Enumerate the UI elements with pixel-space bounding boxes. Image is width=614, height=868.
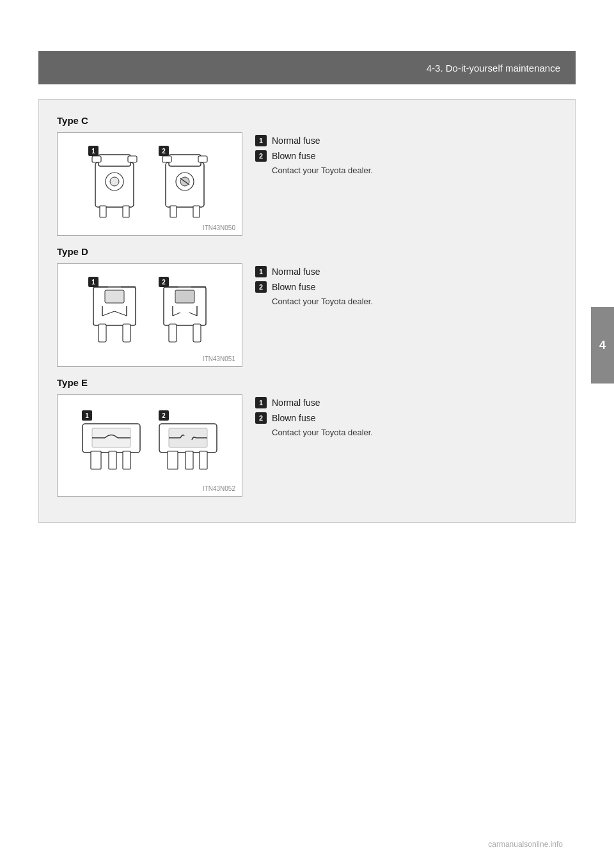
type-d-badge-label1: 1: [255, 266, 267, 277]
type-e-label: Type E: [57, 377, 557, 388]
type-c-badge2: 2: [159, 146, 169, 156]
type-d-image-box: 1: [57, 263, 242, 367]
svg-rect-20: [105, 290, 124, 303]
svg-rect-48: [168, 451, 178, 469]
svg-rect-32: [193, 324, 201, 342]
type-c-contact: Contact your Toyota dealer.: [272, 166, 557, 175]
type-d-text1: Normal fuse: [272, 267, 320, 277]
svg-rect-15: [170, 206, 177, 217]
type-c-item1: 1 Normal fuse: [255, 135, 557, 146]
type-d-fuse1: 1: [86, 274, 143, 351]
svg-rect-21: [98, 324, 106, 342]
side-tab-number: 4: [599, 339, 606, 352]
header-bar: 4-3. Do-it-yourself maintenance: [38, 51, 576, 84]
main-content: Type C 1: [38, 99, 576, 817]
type-c-badge-label1: 1: [255, 135, 267, 146]
type-c-row: 1: [57, 132, 557, 236]
type-e-row: 1: [57, 394, 557, 497]
svg-rect-3: [128, 156, 137, 162]
type-c-item2: 2 Blown fuse: [255, 150, 557, 162]
type-c-fuse2: 2: [156, 143, 214, 220]
svg-rect-43: [123, 451, 130, 469]
type-c-section: Type C 1: [57, 115, 557, 236]
svg-rect-2: [92, 156, 101, 162]
svg-rect-30: [175, 290, 194, 303]
svg-rect-42: [109, 451, 116, 469]
type-c-text2: Blown fuse: [272, 151, 315, 161]
type-c-fuse1: 1: [86, 143, 143, 220]
type-e-text1: Normal fuse: [272, 398, 320, 408]
type-e-image-code: ITN43N052: [203, 485, 235, 492]
type-e-contact: Contact your Toyota dealer.: [272, 428, 557, 437]
type-d-fuse2: 2: [156, 274, 214, 351]
type-d-item2: 2 Blown fuse: [255, 281, 557, 293]
svg-rect-11: [198, 156, 207, 162]
type-c-badge1: 1: [88, 146, 98, 156]
type-c-text1: Normal fuse: [272, 136, 320, 146]
watermark: carmanualsonline.info: [488, 840, 563, 849]
type-e-text2: Blown fuse: [272, 413, 315, 423]
type-e-drawings: 1: [63, 408, 237, 478]
type-e-image-box: 1: [57, 394, 242, 497]
type-c-drawings: 1: [63, 143, 237, 220]
type-e-fuse1: 1: [79, 408, 143, 478]
side-tab: 4: [591, 307, 614, 384]
svg-rect-7: [123, 206, 129, 217]
type-c-image-code: ITN43N050: [203, 224, 235, 231]
type-d-row: 1: [57, 263, 557, 367]
type-d-drawings: 1: [63, 274, 237, 351]
header-title: 4-3. Do-it-yourself maintenance: [427, 63, 560, 74]
type-e-item2: 2 Blown fuse: [255, 412, 557, 424]
type-c-image-box: 1: [57, 132, 242, 236]
type-d-badge1: 1: [88, 277, 98, 287]
type-d-contact: Contact your Toyota dealer.: [272, 297, 557, 306]
type-e-section: Type E 1: [57, 377, 557, 497]
svg-rect-41: [91, 451, 101, 469]
svg-rect-10: [162, 156, 171, 162]
type-d-badge-label2: 2: [255, 281, 267, 293]
svg-rect-31: [169, 324, 177, 342]
type-d-item1: 1 Normal fuse: [255, 266, 557, 277]
type-e-badge1: 1: [82, 410, 92, 421]
svg-rect-16: [193, 206, 200, 217]
type-e-info: 1 Normal fuse 2 Blown fuse Contact your …: [255, 394, 557, 442]
type-e-fuse2: 2: [156, 408, 220, 478]
type-d-label: Type D: [57, 246, 557, 257]
svg-rect-9: [169, 155, 201, 166]
type-e-badge-label2: 2: [255, 412, 267, 424]
type-d-section: Type D 1: [57, 246, 557, 367]
type-e-badge-label1: 1: [255, 397, 267, 408]
type-d-badge2: 2: [159, 277, 169, 287]
svg-rect-1: [98, 155, 130, 166]
svg-rect-22: [123, 324, 130, 342]
svg-rect-6: [100, 206, 106, 217]
type-d-info: 1 Normal fuse 2 Blown fuse Contact your …: [255, 263, 557, 311]
content-card: Type C 1: [38, 99, 576, 523]
type-c-badge-label2: 2: [255, 150, 267, 162]
type-c-label: Type C: [57, 115, 557, 126]
type-d-image-code: ITN43N051: [203, 355, 235, 362]
svg-rect-50: [200, 451, 207, 469]
type-d-text2: Blown fuse: [272, 282, 315, 292]
type-e-badge2: 2: [159, 410, 169, 421]
svg-rect-49: [185, 451, 193, 469]
type-c-info: 1 Normal fuse 2 Blown fuse Contact your …: [255, 132, 557, 180]
type-e-item1: 1 Normal fuse: [255, 397, 557, 408]
svg-point-5: [110, 177, 119, 186]
